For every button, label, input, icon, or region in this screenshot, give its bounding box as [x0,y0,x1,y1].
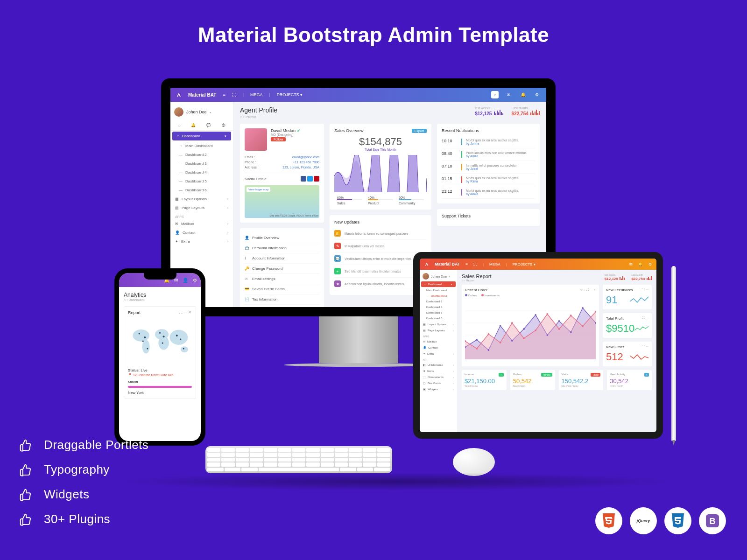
nav-dashboard[interactable]: ⌂Dashboard▾ [421,281,456,287]
nav-dashboard-2[interactable]: —Dashboard 2 [170,150,233,159]
thumbs-up-icon [19,512,33,526]
menu-icon[interactable]: ≡ [465,262,468,266]
nav-dashboard[interactable]: ⌂Dashboard▾ [172,132,231,140]
desktop-header: Material BAT ≡ ⛶ | MEGA | PROJECTS ▾ ⌕ ✉… [170,88,546,102]
profile-menu-password[interactable]: 🔑Change Password [245,264,319,274]
search-icon[interactable]: ⌕ [178,123,181,127]
twitter-icon[interactable] [307,176,313,182]
gear-icon[interactable]: ⚙ [193,278,197,283]
avatar [174,107,183,117]
svg-point-28 [133,329,149,342]
update-item[interactable]: ✎In vulputate urna vel massa [334,240,427,252]
card-controls[interactable]: ⟳ ⌕ ⛶ — ✕ [580,288,596,292]
world-map[interactable] [128,318,192,364]
svg-point-24 [558,328,560,330]
profile-menu-personal[interactable]: 📇Personal Information [245,243,319,253]
nav-layout[interactable]: ▦Layout Options› [170,195,233,203]
nav-d6[interactable]: Dashboard 6 [420,315,457,321]
nav-dashboard-3[interactable]: —Dashboard 3 [170,159,233,168]
card-controls[interactable]: ⛶ — [642,316,648,321]
nav-dashboard-6[interactable]: —Dashboard 6 [170,186,233,195]
nav-dashboard-5[interactable]: —Dashboard 5 [170,177,233,186]
nav-d5[interactable]: Dashboard 5 [420,310,457,315]
kpi-profit: Total Profit⛶ — $9510 [603,313,652,338]
bell-icon[interactable]: 🔔 [519,91,527,98]
bootstrap-badge: B [699,507,726,534]
fullscreen-icon[interactable]: ⛶ [232,92,236,97]
sales-area-chart [334,155,427,192]
nav-ui[interactable]: ◧UI Elements› [420,362,457,368]
bell-icon[interactable]: 🔔 [638,262,643,266]
export-button[interactable]: Export [412,129,427,133]
brand: Material BAT [435,262,460,266]
nav-widgets[interactable]: ▣Widgets› [420,386,457,392]
bottom-orders: OrdersAnnual50,542New Orders [510,370,555,390]
card-controls[interactable]: ⛶ — ✕ [179,310,192,315]
nav-page-layouts[interactable]: ▤Page Layouts› [170,203,233,212]
nav-mailbox[interactable]: ✉Mailbox [420,338,457,344]
nav-box-cards[interactable]: ▢Box Cards› [420,380,457,386]
sidebar-user[interactable]: Johen Doe ▾ [420,272,457,281]
menu-icon[interactable]: ≡ [223,92,225,97]
user-icon[interactable]: 👤 [183,278,188,283]
notification-item[interactable]: 07:10In mattis mi ut posuere consectetur… [442,161,535,174]
map[interactable]: View larger map Map data ©2022 Google, I… [245,185,319,218]
chat-icon[interactable]: 💬 [206,123,211,127]
projects-menu[interactable]: PROJECTS ▾ [277,92,303,97]
fullscreen-icon[interactable]: ⛶ [473,262,477,266]
gear-icon[interactable]: ⚙ [533,91,541,98]
nav-contact[interactable]: 👤Contact [420,344,457,350]
svg-point-13 [570,331,572,333]
profile-menu-overview[interactable]: 👤Profile Overview [245,233,319,243]
facebook-icon[interactable] [301,176,306,182]
nav-extra[interactable]: ✦Extra› [420,350,457,357]
gear-icon[interactable]: ⚙ [648,262,652,266]
notification-item[interactable]: 08:40Proin iaculis eros non odio ornare … [442,148,535,161]
notification-item[interactable]: 01:15Morbi quis ex eu arcu auctor sagitt… [442,174,535,186]
card-controls[interactable]: ⛶ — [642,288,648,292]
nav-contact[interactable]: 👤Contact› [170,228,233,237]
nav-icons[interactable]: ★Icons› [420,368,457,374]
update-item[interactable]: 🔔Mauris lobortis lorem eu consequat posu… [334,227,427,240]
profile-menu-account[interactable]: ℹAccount Information [245,253,319,264]
map-attribution: Map data ©2022 Google, INEGI | Terms of … [270,214,318,217]
bell-icon[interactable]: 🔔 [191,123,196,127]
notification-item[interactable]: 23:12Morbi quis ex eu arcu auctor sagitt… [442,186,535,199]
nav-layout[interactable]: ▦Layout Options› [420,321,457,327]
mega-menu[interactable]: MEGA [250,92,263,97]
projects-menu[interactable]: PROJECTS ▾ [513,262,536,266]
bottom-income: Income↑$21,150.00Total Income [462,370,507,390]
nav-main-dashboard[interactable]: →Main Dashboard [170,141,233,150]
nav-extra[interactable]: ✦Extra› [170,237,233,246]
pinterest-icon[interactable] [314,176,319,182]
stat-lastweek: last weeks $12,125 [475,106,503,116]
nav-main-dashboard[interactable]: Main Dashboard [420,287,457,293]
feature-item: Widgets [19,487,148,502]
svg-point-40 [162,342,163,343]
profile-menu-cards[interactable]: 💳Saved Credit Cards [245,284,319,294]
nav-mailbox[interactable]: ✉Mailbox› [170,219,233,228]
nav-d2[interactable]: → Dashboard 2 [420,293,457,299]
sidebar-user[interactable]: Johen Doe ▾ [170,105,233,120]
notification-item[interactable]: 10:10Morbi quis ex eu arcu auctor sagitt… [442,136,535,148]
nav-d4[interactable]: Dashboard 4 [420,304,457,310]
mail-icon[interactable]: ✉ [629,262,633,266]
mail-icon[interactable]: ✉ [505,91,513,98]
nav-dashboard-4[interactable]: —Dashboard 4 [170,168,233,177]
feature-item: Typography [19,462,148,477]
nav-components[interactable]: ⬚Components› [420,374,457,380]
svg-point-38 [159,332,161,334]
follow-button[interactable]: Follow [271,137,286,141]
nav-page-layouts[interactable]: ▤Page Layouts› [420,327,457,333]
svg-point-21 [523,337,525,339]
view-larger-map-button[interactable]: View larger map [247,187,270,192]
avatar [423,273,429,280]
power-icon[interactable]: ⏻ [221,123,225,127]
city-newyork: New York [128,391,192,395]
mega-menu[interactable]: MEGA [489,262,500,266]
nav-d3[interactable]: Dashboard 3 [420,299,457,304]
search-icon[interactable]: ⌕ [491,91,499,98]
card-controls[interactable]: ⛶ — [642,345,648,349]
profile-menu-email[interactable]: ✉Email settings [245,274,319,284]
profile-menu-tax[interactable]: 📄Tax information [245,294,319,305]
